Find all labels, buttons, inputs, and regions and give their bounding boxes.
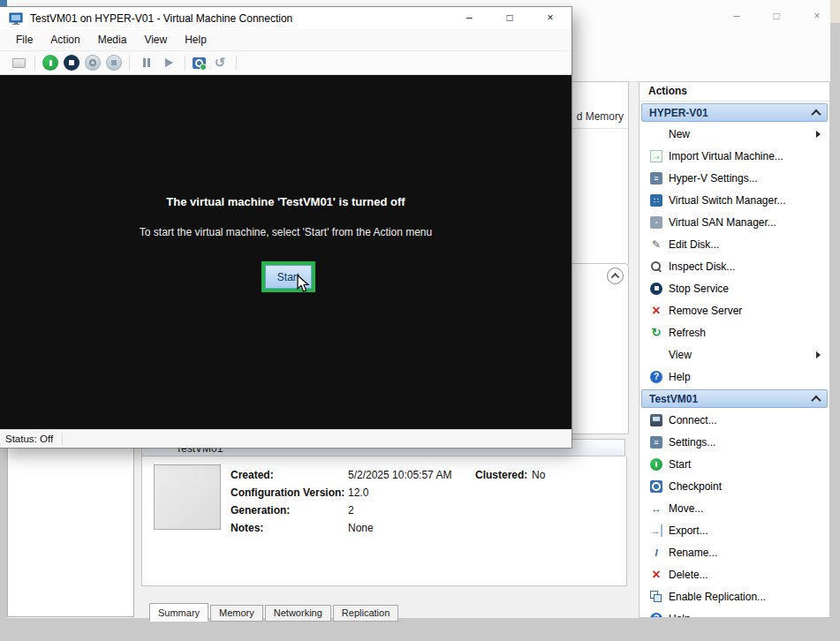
menu-item-help[interactable]: Help	[176, 31, 216, 49]
action-inspect-disk[interactable]: Inspect Disk...	[639, 255, 829, 277]
action-label: Start	[669, 458, 691, 471]
tab-networking[interactable]: Networking	[265, 605, 331, 622]
action-label: Virtual SAN Manager...	[669, 216, 776, 229]
vm-thumbnail	[154, 464, 221, 530]
action-label: New	[669, 128, 690, 140]
tab-replication[interactable]: Replication	[333, 605, 398, 622]
vm-connection-window: TestVM01 on HYPER-V01 - Virtual Machine …	[0, 7, 571, 448]
details-body: Created:5/2/2025 10:05:57 AMConfiguratio…	[141, 456, 627, 586]
save-icon[interactable]	[106, 55, 122, 71]
action-label: Virtual Switch Manager...	[669, 194, 786, 207]
vm-off-hint: To start the virtual machine, select 'St…	[0, 226, 571, 238]
connect-icon	[650, 414, 662, 426]
manager-maximize-button[interactable]: □	[763, 7, 790, 25]
tab-memory[interactable]: Memory	[210, 605, 263, 622]
vm-status-bar: Status: Off	[0, 429, 571, 448]
stop-service-icon	[650, 283, 662, 295]
action-virtual-san-manager[interactable]: Virtual SAN Manager...	[639, 211, 829, 233]
start-icon[interactable]	[42, 55, 58, 71]
field-value: 12.0	[348, 486, 368, 499]
action-label: View	[669, 349, 692, 361]
action-export[interactable]: Export...	[639, 519, 829, 541]
submenu-arrow-icon	[816, 351, 821, 358]
start-icon	[650, 458, 662, 471]
settings-icon	[650, 436, 662, 449]
mouse-cursor-icon	[297, 275, 311, 294]
action-remove-server[interactable]: Remove Server	[639, 299, 829, 321]
vm-menu-bar: FileActionMediaViewHelp	[0, 29, 571, 50]
menu-item-media[interactable]: Media	[89, 31, 136, 49]
action-refresh[interactable]: Refresh	[639, 321, 829, 343]
action-virtual-switch-manager[interactable]: Virtual Switch Manager...	[639, 189, 829, 211]
action-rename[interactable]: Rename...	[639, 541, 829, 563]
chevron-up-icon[interactable]	[811, 395, 821, 404]
vm-off-message: The virtual machine 'TestVM01' is turned…	[0, 195, 571, 208]
import-icon	[650, 150, 662, 162]
status-bar-divider	[62, 433, 63, 445]
action-label: Connect...	[669, 414, 717, 426]
status-text: Status: Off	[0, 434, 53, 444]
export-icon	[650, 524, 662, 537]
revert-icon[interactable]	[211, 54, 229, 72]
field-value: No	[532, 469, 545, 481]
vm-list-column-header[interactable]: d Memory	[577, 110, 624, 123]
action-label: Delete...	[669, 569, 708, 581]
action-stop-service[interactable]: Stop Service	[639, 277, 829, 299]
action-move[interactable]: Move...	[639, 497, 829, 519]
checkpoint-icon[interactable]	[193, 57, 206, 69]
pause-icon[interactable]	[137, 54, 155, 72]
action-label: Refresh	[669, 327, 706, 339]
actions-group-header-hyper-v01[interactable]: HYPER-V01	[641, 103, 828, 122]
action-start[interactable]: Start	[639, 453, 829, 475]
toolbar-separator	[34, 56, 35, 71]
action-help[interactable]: Help	[639, 607, 829, 618]
checkpoint-icon	[650, 480, 662, 493]
menu-item-action[interactable]: Action	[42, 31, 88, 49]
tab-summary[interactable]: Summary	[149, 603, 208, 622]
menu-item-view[interactable]: View	[135, 31, 176, 49]
action-enable-replication[interactable]: Enable Replication...	[639, 585, 829, 607]
action-import-virtual-machine[interactable]: Import Virtual Machine...	[639, 145, 829, 167]
action-checkpoint[interactable]: Checkpoint	[639, 475, 829, 497]
shut-down-icon[interactable]	[85, 55, 101, 71]
settings-icon	[650, 172, 662, 185]
action-view[interactable]: View	[639, 343, 829, 366]
switch-icon	[650, 194, 662, 207]
manager-minimize-button[interactable]: –	[723, 7, 750, 25]
action-edit-disk[interactable]: Edit Disk...	[639, 233, 829, 255]
menu-item-file[interactable]: File	[7, 31, 42, 49]
vm-maximize-button[interactable]: □	[490, 7, 529, 29]
vm-screen-viewport[interactable]: The virtual machine 'TestVM01' is turned…	[0, 75, 571, 429]
move-icon	[650, 502, 662, 515]
ctrl-alt-del-icon[interactable]	[10, 54, 27, 72]
action-new[interactable]: New	[639, 123, 829, 145]
group-header-label: HYPER-V01	[649, 107, 708, 119]
action-label: Stop Service	[669, 283, 729, 295]
action-label: Checkpoint	[669, 480, 722, 493]
vm-close-button[interactable]: ×	[531, 7, 570, 29]
toolbar-separator	[236, 56, 237, 71]
action-settings[interactable]: Settings...	[639, 431, 829, 453]
action-label: Remove Server	[669, 305, 742, 317]
detail-field-row: Configuration Version:12.0	[231, 484, 451, 501]
collapse-pane-button[interactable]	[607, 268, 624, 284]
actions-group-header-testvm01[interactable]: TestVM01	[641, 389, 828, 408]
vm-minimize-button[interactable]: –	[450, 7, 488, 29]
replication-icon	[650, 591, 662, 603]
chevron-up-icon[interactable]	[811, 109, 821, 118]
action-connect[interactable]: Connect...	[639, 409, 829, 431]
action-help[interactable]: Help	[639, 366, 829, 388]
action-hyper-v-settings[interactable]: Hyper-V Settings...	[639, 167, 829, 189]
action-label: Help	[669, 613, 691, 619]
manager-close-button[interactable]: ×	[804, 7, 830, 25]
san-icon	[650, 216, 662, 229]
field-label: Created:	[231, 466, 348, 484]
field-value: 2	[348, 504, 354, 517]
action-delete[interactable]: Delete...	[639, 563, 829, 585]
delete-icon	[650, 569, 662, 581]
remove-server-icon	[650, 305, 662, 317]
enhanced-session-icon[interactable]	[244, 54, 261, 72]
reset-icon[interactable]	[160, 54, 178, 72]
chevron-up-icon	[611, 273, 620, 282]
turn-off-icon[interactable]	[64, 55, 79, 71]
